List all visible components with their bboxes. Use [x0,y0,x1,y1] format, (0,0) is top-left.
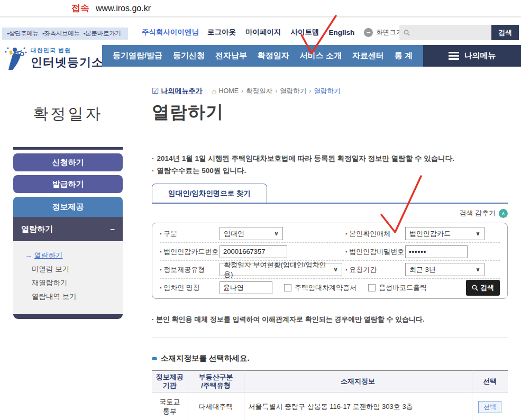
sitemap-link[interactable]: 사이트맵 [291,28,319,37]
voice-barcode-checkbox[interactable] [368,284,376,291]
checkbox-check-icon: ☑ [152,86,159,96]
sidebar-item-view-open[interactable]: 열람하기 − [13,217,123,241]
browser-access-bar: 접속www.iros.go.kr [0,0,521,17]
skip-link-side-menu[interactable]: ▪좌측서브메뉴 [42,30,80,36]
nav-item-fixed-date[interactable]: 확정일자 [258,51,289,61]
breadcrumb-level2[interactable]: 열람하기 [280,87,306,96]
form-row-4: ▪임차인 명칭 주택임대차계약증서 음성바코드출력 검색 [160,279,500,297]
notice-line-1: ·2014년 1월 1일 시행된 주택임대차보호법에 따라 등록된 확정일자 정… [152,152,508,165]
sidebar-bottom-rule [13,314,123,319]
breadcrumb-current: 열람하기 [314,87,341,96]
address-table: 정보제공 기관 부동산구분 /주택유형 소재지정보 선택 국토교통부 다세대주택… [152,370,508,420]
sidebar-item-apply[interactable]: 신청하기 [13,153,123,171]
breadcrumb-separator: › [275,87,277,95]
sidebar-open-label: 열람하기 [21,224,53,234]
search-toggle-row: 검색 감추기 ∧ [152,208,508,218]
notice-list: ·2014년 1월 1일 시행된 주택임대차보호법에 따라 등록된 확정일자 정… [152,152,508,177]
section-divider [152,337,508,337]
period-select[interactable]: 최근 3년∨ [405,263,485,276]
voice-barcode-checkbox-label: 음성바코드출력 [379,283,427,293]
breadcrumb-level1[interactable]: 확정일자 [246,87,272,96]
member-name: 주식회사이이엔님 [142,28,199,37]
add-my-menu-link[interactable]: 나의메뉴추가 [161,86,202,96]
nav-item-registry-view[interactable]: 등기열람/발급 [113,51,162,61]
sidebar: 확정일자 신청하기 발급하기 정보제공 열람하기 − →열람하기 미열람 보기 … [13,104,123,319]
chevron-down-icon: ∨ [476,230,480,237]
gubun-label: ▪구분 [160,229,220,239]
form-note: · 본인 확인용 매체 정보를 입력하여 이해관계자로 확인되는 경우에만 열람… [152,315,508,324]
breadcrumb-separator: › [309,87,311,95]
media-select[interactable]: 법인인감카드∨ [405,227,485,240]
logout-link[interactable]: 로그아웃 [207,28,236,37]
nav-item-service-intro[interactable]: 서비스 소개 [300,51,342,61]
access-label: 접속 [71,3,89,13]
form-row-2: ▪법인인감카드번호 ▪법인인감비밀번호 [160,243,500,261]
court-emblem-icon [3,45,28,71]
sidebar-subitem-view[interactable]: →열람하기 [25,249,123,262]
tenant-input[interactable] [220,281,272,294]
site-search: 검색 [399,25,519,40]
nav-item-registry-apply[interactable]: 등기신청 [173,51,205,61]
arrow-right-icon: → [25,251,32,259]
search-toggle-label[interactable]: 검색 감추기 [459,208,496,218]
info-type-label: ▪정보제공유형 [160,265,220,275]
tenant-label: ▪임차인 명칭 [160,283,220,293]
card-pw-label: ▪법인인감비밀번호 [345,247,405,257]
iros-page: 접속www.iros.go.kr ▪상단주메뉴 ▪좌측서브메뉴 ▪본문바로가기 … [0,0,521,420]
search-icon [404,29,410,36]
skip-link-content[interactable]: ▪본문바로가기 [84,30,121,36]
form-row-3: ▪정보제공유형 확정일자 부여현황(임대인/임차인용)∨ ▪요청기간 최근 3년… [160,261,500,279]
home-icon: ⌂ [212,87,216,96]
logo-text: 대한민국 법원 인터넷등기소 [31,47,104,70]
sidebar-subitem-unviewed[interactable]: 미열람 보기 [25,262,123,276]
chevron-down-icon: ∨ [333,266,338,273]
main-nav: 등기열람/발급 등기신청 전자납부 확정일자 서비스 소개 자료센터 통 계 [102,45,423,67]
info-type-select[interactable]: 확정일자 부여현황(임대인/임차인용)∨ [220,263,342,276]
breadcrumb-home[interactable]: HOME [219,87,239,95]
notice-line-2: ·열람수수료는 500원 입니다. [152,165,508,177]
sidebar-subitem-history[interactable]: 열람내역 보기 [25,290,123,304]
card-pw-input[interactable] [405,245,468,258]
mypage-link[interactable]: 마이페이지 [245,28,281,37]
my-menu-button[interactable]: 나의메뉴 [423,45,521,67]
sidebar-item-issue[interactable]: 발급하기 [13,175,123,193]
font-minus-icon[interactable]: − [364,28,373,37]
col-header-provider: 정보제공 기관 [152,371,188,392]
form-search-button[interactable]: 검색 [466,280,500,296]
col-header-address: 소재지정보 [244,371,472,392]
page-title: 열람하기 [152,101,508,124]
cell-property-type: 다세대주택 [188,392,244,420]
nav-item-statistics[interactable]: 통 계 [395,51,413,61]
search-button[interactable]: 검색 [491,25,519,40]
cell-provider: 국토교통부 [152,392,188,420]
access-url: www.iros.go.kr [96,4,151,13]
sidebar-item-info[interactable]: 정보제공 [13,197,123,217]
row-select-button[interactable]: 선택 [478,401,501,413]
chevron-down-icon: ∨ [274,230,279,237]
sidebar-subitem-reread[interactable]: 재열람하기 [25,276,123,290]
col-header-select: 선택 [472,371,508,392]
chevron-up-icon[interactable]: ∧ [499,209,508,218]
card-no-input[interactable] [220,245,287,258]
lease-contract-checkbox[interactable] [284,284,291,291]
sidebar-submenu: →열람하기 미열람 보기 재열람하기 열람내역 보기 [13,241,123,314]
logo-court-label: 대한민국 법원 [31,47,104,54]
search-icon [472,285,478,291]
tab-search-by-name[interactable]: 임대인/임차인명으로 찾기 [152,184,267,203]
search-form: ▪구분 임대인∨ ▪본인확인매체 법인인감카드∨ ▪법인인감카드번호 ▪법인인감… [152,223,508,299]
address-section-title: 소재지정보를 선택하세요. [152,353,508,363]
utility-bar: 주식회사이이엔님 로그아웃 마이페이지 사이트맵 English − 화면크기 … [142,28,415,37]
english-link[interactable]: English [329,29,355,36]
collapse-minus-icon[interactable]: − [110,225,115,234]
skip-link-top-menu[interactable]: ▪상단주메뉴 [7,30,39,36]
lease-contract-checkbox-label: 주택임대차계약증서 [295,283,357,293]
cell-address: 서울특별시 중랑구 상봉동 116-17 로젠하임 303호 3층 [244,392,472,420]
logo-site-label: 인터넷등기소 [31,54,104,70]
nav-item-resource-center[interactable]: 자료센터 [352,51,384,61]
form-row-1: ▪구분 임대인∨ ▪본인확인매체 법인인감카드∨ [160,225,500,243]
nav-item-epayment[interactable]: 전자납부 [215,51,247,61]
site-logo[interactable]: 대한민국 법원 인터넷등기소 [3,45,104,71]
search-input[interactable] [413,29,487,36]
gubun-select[interactable]: 임대인∨ [220,227,283,240]
sidebar-top-rule [13,147,123,150]
